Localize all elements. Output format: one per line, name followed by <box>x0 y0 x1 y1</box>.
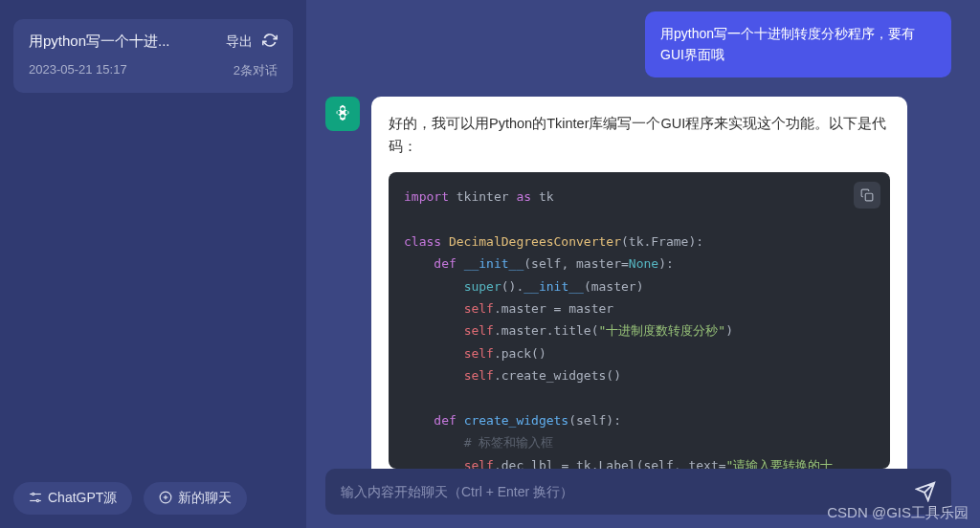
sidebar-bottom: ChatGPT源 新的聊天 <box>13 482 293 515</box>
source-button[interactable]: ChatGPT源 <box>13 482 132 515</box>
assistant-message: 好的，我可以用Python的Tkinter库编写一个GUI程序来实现这个功能。以… <box>325 97 951 469</box>
conversation-timestamp: 2023-05-21 15:17 <box>29 62 127 79</box>
messages-container: 用python写一个十进制转度分秒程序，要有GUI界面哦 好的，我可以用Pyth… <box>306 0 980 469</box>
send-icon <box>915 481 936 502</box>
send-button[interactable] <box>915 481 936 502</box>
code-block: import tkinter as tk class DecimalDegree… <box>389 172 890 469</box>
settings-icon <box>29 491 42 507</box>
user-message: 用python写一个十进制转度分秒程序，要有GUI界面哦 <box>645 11 951 77</box>
svg-rect-9 <box>865 193 873 201</box>
new-chat-button[interactable]: 新的聊天 <box>144 482 247 515</box>
conversation-card[interactable]: 用python写一个十进... 导出 2023-05-21 15:17 2条对话 <box>13 19 293 93</box>
conversation-count: 2条对话 <box>234 62 278 79</box>
assistant-bubble: 好的，我可以用Python的Tkinter库编写一个GUI程序来实现这个功能。以… <box>371 97 907 469</box>
source-button-label: ChatGPT源 <box>48 490 117 507</box>
copy-code-button[interactable] <box>854 182 880 209</box>
assistant-avatar <box>325 97 360 131</box>
new-chat-label: 新的聊天 <box>178 490 232 507</box>
svg-point-0 <box>33 493 34 495</box>
conversation-header: 用python写一个十进... 导出 <box>29 33 278 51</box>
assistant-intro-text: 好的，我可以用Python的Tkinter库编写一个GUI程序来实现这个功能。以… <box>389 112 890 159</box>
conversation-meta: 2023-05-21 15:17 2条对话 <box>29 62 278 79</box>
copy-icon <box>860 188 874 202</box>
chat-area: 用python写一个十进制转度分秒程序，要有GUI界面哦 好的，我可以用Pyth… <box>306 0 980 528</box>
conversation-actions: 导出 <box>226 33 278 51</box>
export-button[interactable]: 导出 <box>226 33 253 51</box>
message-input[interactable] <box>341 484 903 499</box>
code-content: import tkinter as tk class DecimalDegree… <box>404 186 875 469</box>
openai-icon <box>332 103 353 124</box>
conversation-title: 用python写一个十进... <box>29 33 226 51</box>
message-input-bar <box>325 469 951 515</box>
sidebar: 用python写一个十进... 导出 2023-05-21 15:17 2条对话… <box>0 0 306 528</box>
plus-circle-icon <box>159 491 172 507</box>
refresh-icon[interactable] <box>262 33 278 51</box>
svg-point-3 <box>36 499 38 501</box>
